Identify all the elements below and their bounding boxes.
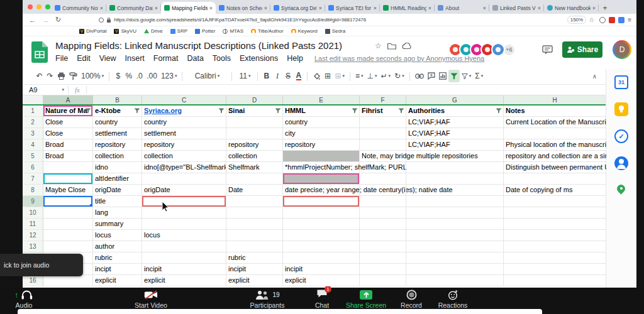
cell-A3[interactable]: Close <box>43 128 93 139</box>
bookmark-keyword[interactable]: Keyword <box>291 28 318 34</box>
cell-H16[interactable] <box>504 275 606 286</box>
cell-H8[interactable]: Date of copying of ms <box>504 185 606 196</box>
decrease-decimals-button[interactable]: .0 <box>134 70 145 82</box>
browser-tab-bank[interactable]: Linked Pasts VII Sym× <box>489 2 544 14</box>
cell-B10[interactable]: lang <box>93 207 142 219</box>
share-screen-button[interactable]: Share Screen <box>341 290 391 309</box>
cell-A4[interactable]: Broad <box>43 139 93 151</box>
menu-help[interactable]: Help <box>287 54 303 63</box>
contacts-icon[interactable] <box>614 156 628 170</box>
col-header-A[interactable]: A <box>43 95 93 104</box>
cell-G3[interactable]: LC;VIAF;HAF <box>406 128 504 139</box>
cell-F12[interactable] <box>360 230 406 241</box>
cell-E14[interactable] <box>283 252 360 264</box>
cell-E13[interactable] <box>283 241 360 252</box>
cell-C9[interactable] <box>142 196 226 207</box>
cell-D11[interactable] <box>226 219 283 230</box>
document-title[interactable]: Mapping Fields: Linked Manuscript Descri… <box>55 40 342 51</box>
cell-H15[interactable] <box>504 264 606 275</box>
functions-button[interactable]: Σ▾ <box>473 70 485 82</box>
cell-E8[interactable]: date precise; year range; date century(i… <box>283 185 360 196</box>
cell-E10[interactable] <box>283 207 360 219</box>
url-field[interactable]: https://docs.google.com/spreadsheets/d/1… <box>99 17 567 23</box>
maps-icon[interactable] <box>614 183 628 197</box>
minimize-window-button[interactable] <box>36 4 42 9</box>
row-header-2[interactable]: 2 <box>23 117 43 128</box>
calendar-icon[interactable]: 31 <box>614 75 628 89</box>
cell-C10[interactable] <box>142 207 226 219</box>
cell-C15[interactable]: incipit <box>142 264 226 275</box>
cell-D6[interactable]: Shelfmark <box>226 162 283 173</box>
cell-F9[interactable] <box>360 196 406 207</box>
browser-tab-sheets[interactable]: HMML Reading Room× <box>380 2 435 14</box>
cell-B14[interactable]: rubric <box>93 252 142 264</box>
bookmark-sedra[interactable]: Sedra <box>325 28 345 34</box>
text-wrap-button[interactable]: ↵▾ <box>379 70 393 82</box>
cell-A12[interactable] <box>43 230 93 241</box>
reload-icon[interactable]: ↻ <box>55 16 61 24</box>
cell-H9[interactable] <box>504 196 606 207</box>
tasks-icon[interactable]: ✓ <box>614 129 628 143</box>
cell-H3[interactable] <box>504 128 606 139</box>
cell-H5[interactable]: repository and collection are a sing <box>504 151 606 162</box>
horizontal-align-button[interactable]: ≡▾ <box>353 70 365 82</box>
cell-A13[interactable] <box>43 241 93 252</box>
cell-E3[interactable]: city <box>283 128 360 139</box>
zoom-select-button[interactable]: 100%▾ <box>79 70 106 82</box>
more-formats-button[interactable]: 123▾ <box>159 70 179 82</box>
insert-chart-button[interactable] <box>437 70 448 82</box>
cell-H14[interactable] <box>504 252 606 264</box>
font-size-select-button[interactable]: 11▾ <box>235 70 254 82</box>
text-color-button[interactable]: A <box>293 70 304 82</box>
cell-A16[interactable] <box>43 275 93 286</box>
cell-D10[interactable] <box>226 207 283 219</box>
menu-view[interactable]: View <box>99 54 116 63</box>
cell-E4[interactable]: repository <box>283 139 360 151</box>
tab-close-icon[interactable]: × <box>483 5 486 11</box>
cell-C14[interactable] <box>142 252 226 264</box>
tab-close-icon[interactable]: × <box>209 5 213 11</box>
cell-B13[interactable]: author <box>93 241 142 252</box>
cell-H11[interactable] <box>504 219 606 230</box>
cell-G15[interactable] <box>406 264 504 275</box>
cell-A8[interactable]: Maybe Close <box>43 185 93 196</box>
comment-history-icon[interactable] <box>542 45 553 57</box>
cell-E1[interactable]: HMML <box>283 106 360 117</box>
row-header-16[interactable]: 16 <box>23 275 43 286</box>
cell-G11[interactable] <box>406 219 504 230</box>
browser-tab-docs[interactable]: Community Notes: Li× <box>52 2 106 14</box>
menu-extensions[interactable]: Extensions <box>240 54 278 63</box>
cell-E15[interactable]: incipit <box>283 264 360 275</box>
text-rotation-button[interactable]: ↻▾ <box>392 70 406 82</box>
cell-C6[interactable]: idno[@type="BL-Shelfmark"] <box>142 162 226 173</box>
cell-H12[interactable] <box>504 230 606 241</box>
cell-D14[interactable]: rubric <box>226 252 283 264</box>
row-header-7[interactable]: 7 <box>23 173 43 185</box>
cell-D1[interactable]: Sinai <box>226 106 283 117</box>
formula-input[interactable] <box>87 85 606 95</box>
cell-G4[interactable]: LC;VIAF;HAF <box>406 139 504 151</box>
tab-close-icon[interactable]: × <box>319 5 322 11</box>
join-audio-button[interactable]: ↑ Audio <box>1 290 47 309</box>
cell-C2[interactable]: country <box>142 117 226 128</box>
profile-avatar[interactable]: D <box>613 40 631 59</box>
share-button[interactable]: Share <box>562 41 602 58</box>
cell-B3[interactable]: settlement <box>93 128 142 139</box>
cell-C5[interactable]: collection <box>142 151 226 162</box>
namebox-caret-icon[interactable]: ▾ <box>62 87 68 92</box>
cell-F8[interactable] <box>360 185 406 196</box>
cell-D5[interactable]: collection <box>226 151 283 162</box>
back-icon[interactable]: ← <box>29 16 36 24</box>
bookmark-titleauthor[interactable]: Title/Author <box>251 28 284 34</box>
cell-G16[interactable] <box>406 275 504 286</box>
menu-format[interactable]: Format <box>153 54 179 63</box>
collaborator-avatars[interactable]: +6 <box>452 43 516 57</box>
cell-B11[interactable]: summary <box>93 219 142 230</box>
extension-adblock-icon[interactable] <box>609 17 615 23</box>
row-header-10[interactable]: 10 <box>23 207 43 219</box>
bookmark-skyvu[interactable]: VSkyVU <box>114 28 136 34</box>
cell-G6[interactable] <box>406 162 504 173</box>
extension-check-icon[interactable] <box>599 17 606 23</box>
tab-close-icon[interactable]: × <box>264 5 267 11</box>
row-header-1[interactable]: 1 <box>23 106 43 117</box>
